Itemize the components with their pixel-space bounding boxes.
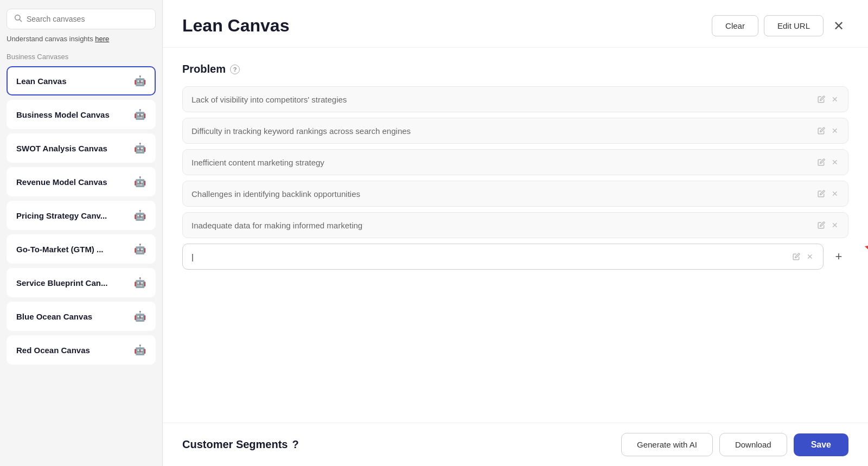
main-content: Problem ? Lack of visibility into compet… <box>163 48 868 423</box>
remove-item-button[interactable]: ✕ <box>831 189 839 199</box>
sidebar-item-emoji: 🤖 <box>134 75 146 87</box>
sidebar-item-emoji: 🤖 <box>134 344 146 356</box>
problem-item-actions: ✕ <box>816 94 839 104</box>
generate-ai-button[interactable]: Generate with AI <box>621 433 713 456</box>
sidebar-item-label: Red Ocean Canvas <box>16 346 90 355</box>
new-item-actions: ✕ <box>792 252 814 261</box>
sidebar-items: Lean Canvas🤖Business Model Canvas🤖SWOT A… <box>7 66 156 369</box>
problem-item-row: Challenges in identifying backlink oppor… <box>182 181 848 207</box>
sidebar-item-label: Go-To-Market (GTM) ... <box>16 245 104 254</box>
page-title: Lean Canvas <box>182 16 289 36</box>
sidebar-item-emoji: 🤖 <box>134 176 146 188</box>
sidebar-item-business-model[interactable]: Business Model Canvas🤖 <box>7 100 156 129</box>
remove-item-button[interactable]: ✕ <box>831 220 839 230</box>
edit-url-button[interactable]: Edit URL <box>764 15 824 36</box>
sidebar-item-label: Business Model Canvas <box>16 110 110 119</box>
problem-item-card: Lack of visibility into competitors' str… <box>182 86 848 112</box>
problem-item-actions: ✕ <box>816 220 839 230</box>
remove-item-button[interactable]: ✕ <box>831 126 839 136</box>
sidebar: Understand canvas insights here Business… <box>0 0 163 466</box>
edit-item-button[interactable] <box>816 94 826 104</box>
edit-new-item-button[interactable] <box>792 252 801 261</box>
sidebar-item-label: Blue Ocean Canvas <box>16 312 92 321</box>
sidebar-item-emoji: 🤖 <box>134 209 146 221</box>
insight-link[interactable]: here <box>95 35 109 43</box>
section-label: Business Canvases <box>7 53 156 61</box>
customer-segments-title: Customer Segments ? <box>182 438 299 451</box>
remove-new-item-button[interactable]: ✕ <box>806 252 814 261</box>
sidebar-item-emoji: 🤖 <box>134 142 146 154</box>
problem-item-row: Inefficient content marketing strategy ✕ <box>182 149 848 175</box>
sidebar-item-label: Revenue Model Canvas <box>16 177 107 187</box>
problem-item-card: Challenges in identifying backlink oppor… <box>182 181 848 207</box>
problem-section-title: Problem ? <box>182 63 848 75</box>
sidebar-item-emoji: 🤖 <box>134 310 146 322</box>
problem-item-text: Inefficient content marketing strategy <box>192 158 816 167</box>
sidebar-item-revenue-model[interactable]: Revenue Model Canvas🤖 <box>7 167 156 196</box>
problem-item-text: Difficulty in tracking keyword rankings … <box>192 126 816 136</box>
sidebar-item-blue-ocean[interactable]: Blue Ocean Canvas🤖 <box>7 302 156 331</box>
problem-item-actions: ✕ <box>816 126 839 136</box>
problem-item-actions: ✕ <box>816 157 839 167</box>
remove-item-button[interactable]: ✕ <box>831 94 839 104</box>
edit-item-button[interactable] <box>816 126 826 136</box>
sidebar-item-pricing-strategy[interactable]: Pricing Strategy Canv...🤖 <box>7 201 156 230</box>
svg-marker-2 <box>865 245 868 252</box>
main-header: Lean Canvas Clear Edit URL ✕ <box>163 0 868 48</box>
arrow-annotation <box>848 200 868 254</box>
download-button[interactable]: Download <box>719 433 787 456</box>
save-button[interactable]: Save <box>794 433 848 456</box>
main-panel: Lean Canvas Clear Edit URL ✕ Problem ? L… <box>163 0 868 466</box>
sidebar-item-emoji: 🤖 <box>134 243 146 255</box>
remove-item-button[interactable]: ✕ <box>831 157 839 167</box>
sidebar-item-label: Service Blueprint Can... <box>16 278 107 288</box>
new-item-row: ✕ + <box>182 244 848 270</box>
sidebar-item-label: Pricing Strategy Canv... <box>16 211 107 220</box>
edit-item-button[interactable] <box>816 189 826 199</box>
problem-item-row: Difficulty in tracking keyword rankings … <box>182 118 848 144</box>
problem-item-card: Inadequate data for making informed mark… <box>182 212 848 238</box>
customer-segments-info-icon[interactable]: ? <box>292 438 299 451</box>
main-footer: Customer Segments ? Generate with AI Dow… <box>163 423 868 466</box>
problem-item-card: Difficulty in tracking keyword rankings … <box>182 118 848 144</box>
sidebar-item-emoji: 🤖 <box>134 277 146 289</box>
add-item-button[interactable]: + <box>829 247 848 266</box>
footer-actions: Generate with AI Download Save <box>621 433 848 456</box>
sidebar-item-service-blueprint[interactable]: Service Blueprint Can...🤖 <box>7 268 156 297</box>
problem-item-text: Lack of visibility into competitors' str… <box>192 95 816 104</box>
edit-item-button[interactable] <box>816 220 826 230</box>
insight-text: Understand canvas insights here <box>7 35 156 43</box>
problem-item-text: Inadequate data for making informed mark… <box>192 221 816 230</box>
edit-item-button[interactable] <box>816 157 826 167</box>
clear-button[interactable]: Clear <box>712 15 758 36</box>
problem-item-actions: ✕ <box>816 189 839 199</box>
search-icon <box>14 14 22 24</box>
sidebar-item-label: SWOT Analysis Canvas <box>16 144 107 153</box>
header-actions: Clear Edit URL ✕ <box>712 15 848 36</box>
sidebar-item-lean-canvas[interactable]: Lean Canvas🤖 <box>7 66 156 95</box>
sidebar-item-red-ocean[interactable]: Red Ocean Canvas🤖 <box>7 335 156 365</box>
problem-item-row: Inadequate data for making informed mark… <box>182 212 848 238</box>
new-item-input-card[interactable]: ✕ <box>182 244 824 270</box>
problem-item-text: Challenges in identifying backlink oppor… <box>192 189 816 199</box>
new-item-input[interactable] <box>192 252 792 261</box>
problem-info-icon[interactable]: ? <box>230 65 240 74</box>
sidebar-item-swot-analysis[interactable]: SWOT Analysis Canvas🤖 <box>7 133 156 163</box>
search-bar[interactable] <box>7 9 156 29</box>
search-input[interactable] <box>27 15 149 23</box>
sidebar-item-go-to-market[interactable]: Go-To-Market (GTM) ...🤖 <box>7 234 156 264</box>
problem-item-row: Lack of visibility into competitors' str… <box>182 86 848 112</box>
problem-items-list: Lack of visibility into competitors' str… <box>182 86 848 238</box>
close-button[interactable]: ✕ <box>829 17 848 35</box>
sidebar-item-emoji: 🤖 <box>134 108 146 120</box>
sidebar-item-label: Lean Canvas <box>16 76 67 86</box>
problem-item-card: Inefficient content marketing strategy ✕ <box>182 149 848 175</box>
svg-line-1 <box>20 20 22 22</box>
